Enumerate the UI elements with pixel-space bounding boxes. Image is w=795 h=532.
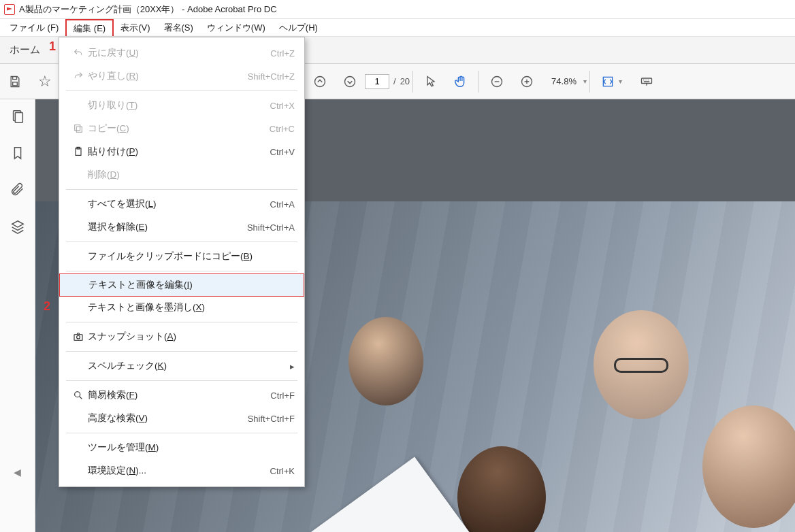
- paste-icon: [69, 146, 88, 157]
- menu-deselect[interactable]: 選択を解除(E) Shift+Ctrl+A: [59, 216, 304, 239]
- selection-tool-button[interactable]: [416, 67, 446, 97]
- menu-copy: コピー(C) Ctrl+C: [59, 117, 304, 140]
- menu-find[interactable]: 簡易検索(F) Ctrl+F: [59, 384, 304, 407]
- svg-rect-9: [76, 127, 82, 132]
- zoom-out-button[interactable]: [482, 67, 512, 97]
- menu-redact-text-and-images[interactable]: テキストと画像を墨消し(X): [59, 296, 304, 319]
- page-down-button[interactable]: [335, 67, 365, 97]
- submenu-arrow-icon: ▸: [290, 361, 295, 371]
- svg-rect-0: [13, 82, 18, 85]
- page-total: 20: [400, 76, 410, 86]
- menu-copy-file-to-clipboard[interactable]: ファイルをクリップボードにコピー(B): [59, 245, 304, 268]
- menu-undo: 元に戻す(U) Ctrl+Z: [59, 41, 304, 65]
- page-separator: /: [393, 76, 396, 86]
- svg-point-1: [315, 76, 325, 86]
- menu-paste[interactable]: 貼り付け(P) Ctrl+V: [59, 140, 304, 163]
- annotation-1: 1: [49, 39, 56, 54]
- menu-manage-tools[interactable]: ツールを管理(M): [59, 436, 304, 459]
- svg-point-14: [77, 335, 80, 339]
- copy-icon: [69, 123, 88, 134]
- chevron-down-icon: ▾: [619, 78, 622, 85]
- page-up-button[interactable]: [305, 67, 335, 97]
- page-current-input[interactable]: [365, 74, 389, 89]
- app-icon: [4, 4, 15, 15]
- layers-icon[interactable]: [10, 219, 25, 237]
- redo-icon: [69, 71, 88, 82]
- save-button[interactable]: [0, 67, 30, 97]
- menu-edit[interactable]: 編集 (E): [65, 19, 114, 36]
- svg-rect-5: [603, 77, 612, 86]
- page-indicator: / 20: [365, 74, 410, 89]
- star-button[interactable]: ☆: [30, 67, 60, 97]
- svg-rect-6: [641, 78, 651, 84]
- menu-delete: 削除(D): [59, 163, 304, 186]
- chevron-down-icon: ▾: [583, 78, 587, 85]
- menu-select-all[interactable]: すべてを選択(L) Ctrl+A: [59, 193, 304, 216]
- zoom-value: 74.8%: [547, 76, 581, 86]
- bookmarks-icon[interactable]: [10, 146, 25, 163]
- zoom-in-button[interactable]: [512, 67, 542, 97]
- annotation-2: 2: [44, 299, 50, 314]
- menu-help[interactable]: ヘルプ(H): [272, 19, 325, 36]
- menu-cut: 切り取り(T) Ctrl+X: [59, 94, 304, 117]
- menu-advanced-find[interactable]: 高度な検索(V) Shift+Ctrl+F: [59, 407, 304, 430]
- menu-window[interactable]: ウィンドウ(W): [200, 19, 272, 36]
- menu-snapshot[interactable]: スナップショット(A): [59, 325, 304, 348]
- menu-edit-text-and-images[interactable]: テキストと画像を編集(I): [59, 273, 304, 297]
- attachments-icon[interactable]: [10, 182, 25, 200]
- undo-icon: [69, 48, 88, 59]
- hand-tool-button[interactable]: [446, 67, 476, 97]
- window-title: A製品のマーケティング計画（20XX年） - Adobe Acrobat Pro…: [19, 3, 277, 16]
- search-icon: [69, 390, 88, 401]
- menu-bar: ファイル (F) 編集 (E) 表示(V) 署名(S) ウィンドウ(W) ヘルプ…: [0, 19, 795, 37]
- svg-point-15: [75, 392, 80, 397]
- thumbnails-icon[interactable]: [10, 109, 25, 127]
- menu-spellcheck[interactable]: スペルチェック(K) ▸: [59, 354, 304, 378]
- camera-icon: [69, 331, 88, 342]
- keyboard-button[interactable]: [632, 67, 662, 97]
- menu-file[interactable]: ファイル (F): [3, 19, 65, 36]
- collapse-rail-button[interactable]: ◀: [14, 467, 21, 478]
- left-navigation-rail: ◀: [0, 99, 35, 532]
- svg-rect-8: [15, 113, 22, 123]
- title-bar: A製品のマーケティング計画（20XX年） - Adobe Acrobat Pro…: [0, 0, 795, 19]
- menu-preferences[interactable]: 環境設定(N)... Ctrl+K: [59, 459, 304, 482]
- menu-sign[interactable]: 署名(S): [157, 19, 200, 36]
- edit-menu-dropdown: 元に戻す(U) Ctrl+Z やり直し(R) Shift+Ctrl+Z 切り取り…: [59, 37, 305, 487]
- menu-redo: やり直し(R) Shift+Ctrl+Z: [59, 65, 304, 88]
- svg-point-2: [345, 76, 355, 86]
- tab-home[interactable]: ホーム: [10, 44, 40, 56]
- menu-view[interactable]: 表示(V): [114, 19, 157, 36]
- svg-rect-10: [75, 125, 80, 131]
- zoom-dropdown[interactable]: 74.8% ▾: [547, 76, 587, 86]
